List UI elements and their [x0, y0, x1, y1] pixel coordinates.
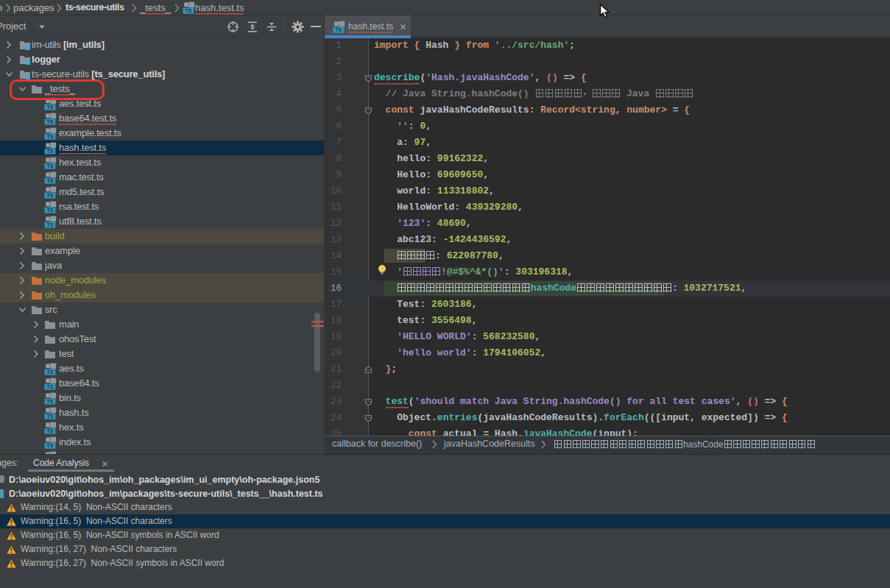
svg-text:TS: TS: [46, 443, 53, 448]
svg-text:TS: TS: [46, 384, 53, 389]
svg-text:TS: TS: [46, 178, 53, 183]
svg-text:TS: TS: [46, 149, 53, 154]
svg-text:TS: TS: [46, 134, 53, 139]
svg-text:TS: TS: [335, 27, 342, 32]
svg-text:TS: TS: [46, 105, 53, 110]
svg-text:TS: TS: [185, 8, 191, 13]
svg-text:TS: TS: [46, 208, 53, 213]
svg-text:TS: TS: [46, 428, 53, 433]
svg-text:TS: TS: [46, 222, 53, 227]
svg-text:TS: TS: [46, 119, 53, 124]
svg-text:TS: TS: [46, 163, 53, 169]
svg-text:TS: TS: [46, 399, 53, 404]
svg-text:TS: TS: [46, 414, 53, 419]
svg-text:TS: TS: [46, 369, 53, 375]
svg-text:TS: TS: [46, 193, 53, 198]
